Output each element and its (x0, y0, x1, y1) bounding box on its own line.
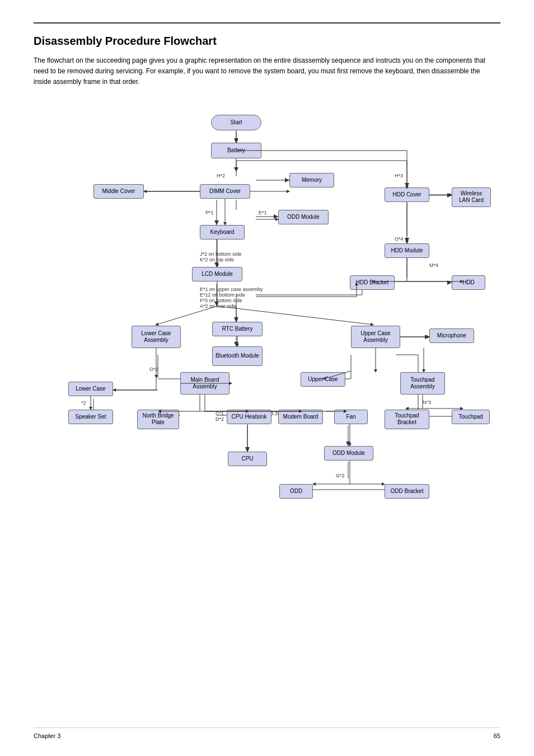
node-keyboard: Keyboard (200, 225, 245, 240)
node-hdd: HDD (452, 275, 485, 290)
svg-marker-18 (274, 214, 278, 219)
node-microphone: Microphone (429, 328, 474, 343)
svg-marker-13 (447, 193, 452, 198)
label-m4: M*4 (429, 262, 438, 268)
svg-marker-20 (214, 220, 219, 225)
label-star2: *2 (81, 400, 86, 406)
description: The flowchart on the succeeding page giv… (34, 55, 493, 88)
svg-marker-79 (346, 442, 350, 446)
svg-marker-24 (214, 262, 219, 267)
node-battery: Battery (211, 143, 261, 158)
page-title: Disassembly Procedure Flowchart (34, 35, 500, 48)
svg-marker-43 (425, 335, 429, 339)
node-hdd-module: HDD Module (385, 243, 429, 258)
node-north-bridge: North Bridge Plate (137, 410, 179, 429)
node-touchpad: Touchpad (452, 410, 490, 424)
label-n3: N*3 (423, 400, 431, 405)
svg-marker-3 (234, 167, 238, 172)
node-odd-module-top: ODD Module (278, 210, 329, 224)
node-hdd-bracket: HDD Bracket (350, 275, 395, 290)
svg-marker-22 (405, 238, 409, 243)
label-g2: G*2 (336, 473, 345, 478)
node-odd-module-bottom: ODD Module (324, 446, 373, 461)
footer-right: 65 (494, 732, 500, 739)
node-speaker-set: Speaker Set (68, 410, 113, 424)
node-cpu: CPU (228, 452, 267, 466)
node-wireless-lan: Wireless LAN Card (452, 187, 491, 207)
svg-marker-5 (285, 178, 289, 182)
svg-marker-29 (447, 280, 452, 285)
svg-marker-39 (234, 317, 238, 322)
node-middle-cover: Middle Cover (93, 184, 144, 199)
node-upper-case-assembly: Upper Case Assembly (351, 326, 400, 348)
node-bluetooth: Bluetooth Module (212, 346, 263, 366)
footer: Chapter 3 65 (34, 727, 500, 739)
label-e-notes: E*1 on upper case assembyE*12 on bottom … (200, 287, 263, 309)
label-jk: J*2 on bottom sideK*2 on top side (200, 251, 242, 262)
label-e1: E*1 (259, 210, 267, 215)
node-lower-case: Lower Case (68, 382, 113, 396)
node-odd: ODD (279, 484, 313, 499)
node-memory: Memory (289, 173, 334, 187)
node-lower-case-assembly: Lower Case Assembly (132, 326, 181, 348)
node-touchpad-assembly: Touchpad Assembly (400, 372, 445, 395)
label-c1d2: C*1D*2 (216, 411, 224, 422)
svg-marker-45 (234, 342, 238, 346)
flowchart: Start Battery H*2 Memory H*3 DIMM Cover … (38, 105, 496, 653)
svg-marker-1 (234, 138, 238, 143)
svg-marker-77 (245, 447, 250, 452)
svg-marker-11 (405, 183, 409, 187)
node-main-board-assembly: Main Board Assembly (180, 372, 229, 395)
node-start: Start (211, 115, 261, 130)
label-h2: H*2 (217, 173, 225, 179)
node-hdd-cover: HDD Cover (385, 187, 429, 202)
node-rtc-battery: RTC Battery (212, 322, 263, 336)
node-lcd-module: LCD Module (192, 267, 242, 281)
label-o4: O*4 (395, 236, 404, 242)
footer-left: Chapter 3 (34, 732, 60, 739)
node-dimm-cover: DIMM Cover (200, 184, 250, 199)
node-upper-case: Upper Case (301, 372, 345, 387)
label-p1: P*1 (205, 210, 214, 215)
node-odd-bracket: ODD Bracket (385, 484, 429, 499)
top-border (34, 22, 500, 24)
node-cpu-heatsink: CPU Heatsink (227, 410, 271, 424)
page: Disassembly Procedure Flowchart The flow… (0, 0, 534, 756)
node-touchpad-bracket: Touchpad Bracket (385, 410, 429, 429)
label-o2-left: O*2 (149, 367, 158, 372)
node-modem-board: Modem Board (278, 410, 323, 424)
node-fan: Fan (334, 410, 368, 424)
label-h3: H*3 (395, 173, 403, 179)
